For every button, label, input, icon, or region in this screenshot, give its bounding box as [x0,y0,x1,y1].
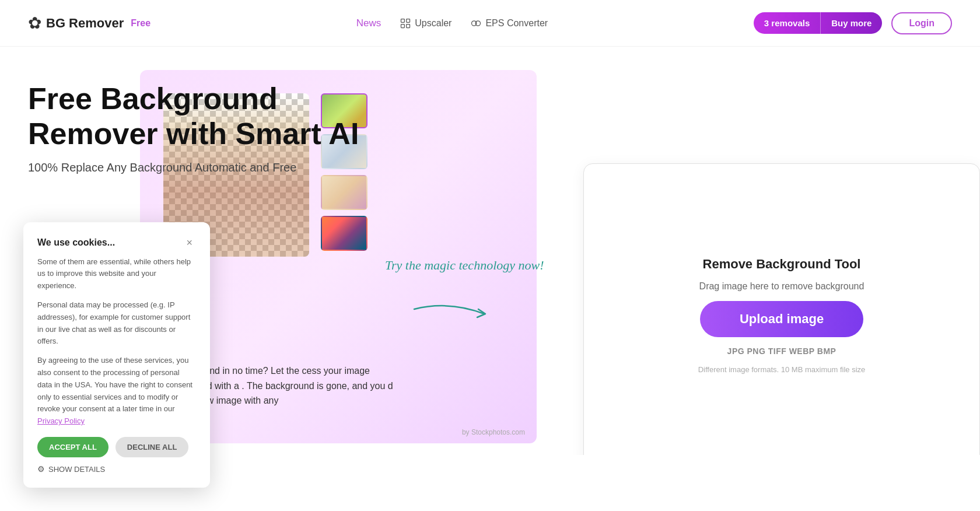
upscaler-icon [400,18,411,29]
cookie-accept-button[interactable]: ACCEPT ALL [37,437,108,455]
upload-size-info: Different image formats. 10 MB maximum f… [698,365,866,374]
cookie-text-1: Some of them are essential, while others… [37,256,196,292]
logo-icon: ✿ [28,13,41,33]
cookie-banner: We use cookies... × Some of them are ess… [23,222,210,455]
cookie-header: We use cookies... × [37,236,196,249]
svg-rect-0 [401,19,405,22]
cookie-text-2: Personal data may be processed (e.g. IP … [37,299,196,348]
stockphotos-credit: by Stockphotos.com [462,428,525,436]
upload-formats: JPG PNG TIFF WEBP BMP [727,346,836,356]
logo-text: BG Remover [46,16,124,31]
cookie-decline-button[interactable]: DECLINE ALL [116,437,188,455]
svg-rect-1 [407,19,410,22]
upload-panel-title: Remove Background Tool [703,257,861,272]
login-button[interactable]: Login [891,12,952,34]
cookie-text-3: By agreeing to the use of these services… [37,355,196,428]
upscaler-label: Upscaler [415,18,452,29]
upload-drag-text: Drag image here to remove background [699,281,864,292]
nav-upscaler-link[interactable]: Upscaler [400,18,452,29]
upload-panel: Remove Background Tool Drag image here t… [583,163,980,455]
nav-news-link[interactable]: News [356,18,382,29]
cookie-title: We use cookies... [37,237,115,248]
navbar: ✿ BG Remover Free News Upscaler EPS Conv… [0,0,980,47]
eps-icon [470,18,482,29]
cookie-actions: ACCEPT ALL DECLINE ALL [37,437,196,455]
upload-image-button[interactable]: Upload image [700,301,863,337]
magic-text: Try the magic technology now! [385,257,544,275]
logo-free-badge: Free [131,18,150,29]
eps-converter-label: EPS Converter [485,18,548,29]
nav-links: News Upscaler EPS Converter [356,18,548,29]
magic-arrow [408,298,490,321]
hero-subtitle: 100% Replace Any Background Automatic an… [28,161,369,174]
svg-rect-2 [401,24,405,27]
removals-button[interactable]: 3 removals Buy more [754,12,883,34]
nav-right: 3 removals Buy more Login [754,12,952,34]
removals-count: 3 removals [754,12,821,34]
cookie-privacy-link[interactable]: Privacy Policy [37,416,85,425]
buy-more-label: Buy more [821,12,882,34]
hero-title: Free Background Remover with Smart AI [28,82,369,152]
svg-rect-3 [407,24,410,27]
nav-eps-converter-link[interactable]: EPS Converter [470,18,548,29]
cookie-close-button[interactable]: × [183,236,196,249]
logo[interactable]: ✿ BG Remover Free [28,13,150,33]
